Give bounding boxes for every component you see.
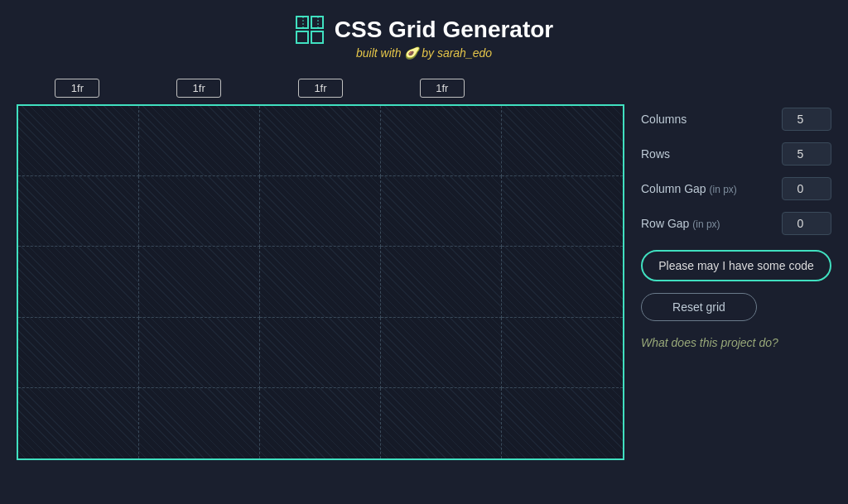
grid-cell — [381, 106, 502, 176]
grid-cell — [260, 106, 381, 176]
grid-cell — [502, 247, 623, 317]
grid-cell — [381, 176, 502, 247]
rows-row: Rows — [641, 142, 831, 166]
row-gap-label: Row Gap (in px) — [641, 217, 775, 230]
grid-cell — [381, 388, 502, 458]
grid-cell — [18, 247, 139, 317]
grid-cell — [381, 247, 502, 317]
header-subtitle: built with 🥑 by sarah_edo — [0, 46, 848, 60]
grid-cell — [260, 247, 381, 317]
reset-grid-button[interactable]: Reset grid — [641, 293, 757, 321]
grid-cell — [18, 176, 139, 247]
header-title-row: CSS Grid Generator — [0, 15, 848, 45]
grid-cell — [381, 318, 502, 388]
columns-input[interactable] — [782, 108, 831, 131]
main-content: Columns Rows Column Gap (in px) Row Gap … — [0, 66, 848, 504]
column-headers — [17, 74, 624, 101]
grid-cell — [18, 388, 139, 458]
grid-cell — [139, 247, 260, 317]
grid-area — [17, 74, 641, 496]
columns-row: Columns — [641, 108, 831, 131]
svg-rect-3 — [311, 31, 323, 43]
what-does-link[interactable]: What does this project do? — [641, 336, 831, 349]
app-container: CSS Grid Generator built with 🥑 by sarah… — [0, 0, 848, 504]
col-header-input-3[interactable] — [298, 79, 343, 98]
grid-cell — [260, 176, 381, 247]
grid-cell — [502, 106, 623, 176]
rows-input[interactable] — [782, 142, 831, 166]
grid-cell — [139, 176, 260, 247]
grid-cell — [260, 318, 381, 388]
row-gap-input[interactable] — [782, 212, 831, 235]
grid-cell — [139, 388, 260, 458]
col-header-input-2[interactable] — [176, 79, 221, 98]
grid-cell — [139, 106, 260, 176]
svg-rect-0 — [296, 17, 308, 28]
col-header-2 — [138, 79, 260, 98]
grid-cell — [502, 388, 623, 458]
col-header-4 — [381, 79, 503, 98]
grid-cell — [139, 318, 260, 388]
page-title: CSS Grid Generator — [335, 17, 554, 43]
row-gap-row: Row Gap (in px) — [641, 212, 831, 235]
columns-label: Columns — [641, 113, 775, 126]
grid-cell — [18, 106, 139, 176]
grid-cell — [502, 176, 623, 247]
grid-cell — [502, 318, 623, 388]
column-gap-input[interactable] — [782, 177, 831, 200]
rows-label: Rows — [641, 147, 775, 161]
svg-rect-1 — [311, 17, 323, 28]
column-gap-label: Column Gap (in px) — [641, 182, 775, 195]
col-header-1 — [17, 79, 138, 98]
grid-cell — [18, 318, 139, 388]
get-code-button[interactable]: Please may I have some code — [641, 250, 831, 281]
column-gap-row: Column Gap (in px) — [641, 177, 831, 200]
grid-icon — [295, 15, 325, 45]
css-grid-visual — [17, 104, 624, 460]
col-header-input-4[interactable] — [420, 79, 465, 98]
controls-panel: Columns Rows Column Gap (in px) Row Gap … — [641, 74, 831, 496]
svg-rect-2 — [296, 31, 308, 43]
reset-row: Reset grid — [641, 293, 831, 321]
col-header-3 — [260, 79, 382, 98]
col-header-input-1[interactable] — [55, 79, 99, 98]
grid-cell — [260, 388, 381, 458]
header: CSS Grid Generator built with 🥑 by sarah… — [0, 0, 848, 66]
